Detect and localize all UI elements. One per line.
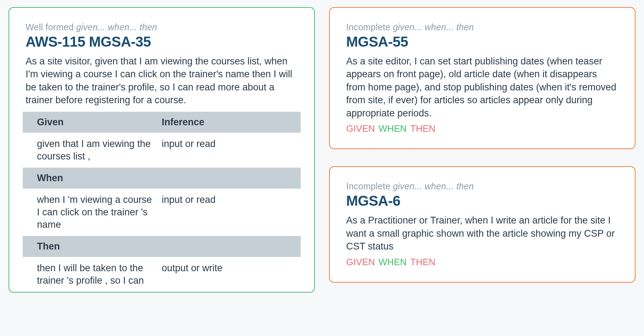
then-header-label: Then (37, 241, 162, 252)
given-text: given that I am viewing the courses list… (37, 138, 162, 163)
status-label: Incomplete given... when... then (346, 181, 618, 191)
tags-row: GIVEN WHEN THEN (346, 123, 618, 134)
card-title[interactable]: AWS-115 MGSA-35 (26, 34, 298, 50)
status-label-prefix: Incomplete (346, 22, 393, 32)
analysis-table: Given Inference given that I am viewing … (23, 112, 301, 292)
well-formed-card: Well formed given... when... then AWS-11… (9, 7, 315, 293)
table-header-left: Given (37, 117, 162, 128)
card-body: As a site visitor, given that I am viewi… (26, 55, 298, 107)
status-label: Incomplete given... when... then (346, 22, 618, 32)
status-label-prefix: Well formed (26, 22, 76, 32)
status-label-prefix: Incomplete (346, 181, 393, 191)
given-inference: input or read (162, 138, 286, 163)
table-row-when: when I 'm viewing a course I can click o… (23, 189, 301, 236)
table-header-given: Given Inference (23, 112, 301, 133)
then-inference: output or write (162, 262, 286, 287)
card-body: As a Practitioner or Trainer, when I wri… (346, 214, 618, 253)
analysis-table-wrapper: Given Inference given that I am viewing … (23, 107, 301, 292)
table-header-when: When (23, 168, 301, 189)
tag-then: THEN (410, 123, 435, 134)
when-inference: input or read (162, 194, 286, 231)
tags-row: GIVEN WHEN THEN (346, 257, 618, 268)
tag-given: GIVEN (346, 257, 375, 268)
table-header-then: Then (23, 236, 301, 257)
table-row-given: given that I am viewing the courses list… (23, 133, 301, 168)
card-title[interactable]: MGSA-55 (346, 34, 618, 50)
status-label-italic: given... when... then (393, 181, 474, 191)
status-label: Well formed given... when... then (26, 22, 298, 32)
page-container: Well formed given... when... then AWS-11… (0, 0, 644, 293)
when-header-label: When (37, 173, 162, 184)
table-row-then: then I will be taken to the trainer 's p… (23, 257, 301, 292)
tag-when: WHEN (379, 257, 407, 268)
incomplete-card: Incomplete given... when... then MGSA-6 … (329, 166, 635, 282)
card-body: As a site editor, I can set start publis… (346, 55, 618, 120)
left-column: Well formed given... when... then AWS-11… (9, 7, 315, 293)
tag-then: THEN (410, 257, 435, 268)
status-label-italic: given... when... then (76, 22, 157, 32)
then-text: then I will be taken to the trainer 's p… (37, 262, 162, 287)
when-text: when I 'm viewing a course I can click o… (37, 194, 162, 231)
table-header-right: Inference (162, 117, 286, 128)
tag-given: GIVEN (346, 123, 375, 134)
card-title[interactable]: MGSA-6 (346, 193, 618, 209)
tag-when: WHEN (379, 123, 407, 134)
right-column: Incomplete given... when... then MGSA-55… (329, 7, 635, 293)
incomplete-card: Incomplete given... when... then MGSA-55… (329, 7, 635, 149)
status-label-italic: given... when... then (393, 22, 474, 32)
